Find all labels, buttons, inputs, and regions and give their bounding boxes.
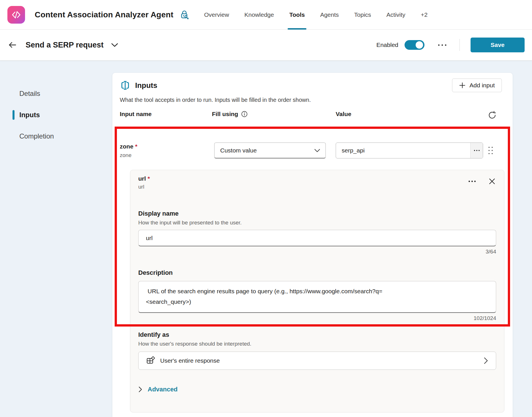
url-name: url (138, 175, 146, 182)
sidebar-item-completion[interactable]: Completion (0, 125, 112, 147)
refresh-icon (488, 111, 497, 120)
identify-as-label: Identify as (138, 331, 496, 338)
input-subname-zone: zone (120, 152, 131, 158)
sidebar-item-inputs[interactable]: Inputs (0, 104, 112, 125)
input-brackets-icon (120, 80, 131, 91)
zone-value-input[interactable]: serp_api (336, 143, 483, 158)
code-icon (10, 9, 22, 21)
refresh-button[interactable] (487, 110, 497, 120)
inputs-card-header: Inputs Add input (120, 79, 502, 92)
more-options-button[interactable] (436, 43, 448, 48)
display-name-value: url (146, 235, 152, 241)
input-name-url: url* (138, 175, 496, 182)
column-value: Value (336, 111, 351, 117)
chevron-down-icon (314, 148, 320, 152)
agent-logo (7, 6, 25, 24)
description-label: Description (138, 269, 496, 276)
toggle-knob (416, 41, 423, 49)
back-arrow-icon (8, 40, 17, 49)
url-panel-actions (467, 177, 496, 185)
chevron-down-icon (111, 43, 118, 47)
app-header: Content Association Analyzer Agent Overv… (0, 0, 532, 30)
tool-sidebar: Details Inputs Completion (0, 61, 112, 147)
inputs-table-header: Input name Fill using Value (120, 111, 502, 120)
form-response-icon (146, 356, 155, 365)
identify-as-value: User's entire response (160, 357, 220, 364)
info-icon[interactable] (241, 111, 248, 117)
advanced-label: Advanced (148, 386, 178, 393)
app-title: Content Association Analyzer Agent (35, 10, 174, 19)
zone-name: zone (120, 143, 133, 150)
save-button[interactable]: Save (471, 38, 525, 52)
tab-activity[interactable]: Activity (386, 0, 405, 30)
input-row-zone: zone* zone Custom value serp_api (120, 143, 502, 160)
display-name-counter: 3/64 (138, 249, 496, 255)
enabled-toggle[interactable] (405, 40, 424, 50)
column-input-name: Input name (120, 111, 152, 117)
description-textarea[interactable]: URL of the search engine results page to… (138, 281, 496, 313)
tool-toolbar: Send a SERP request Enabled Save (0, 30, 532, 61)
input-subname-url: url (138, 184, 496, 190)
add-input-button[interactable]: Add input (452, 79, 502, 92)
sidebar-item-details[interactable]: Details (0, 83, 112, 104)
required-asterisk: * (135, 143, 137, 150)
tab-overview[interactable]: Overview (204, 0, 229, 30)
identify-as-picker[interactable]: User's entire response (138, 352, 496, 370)
add-input-label: Add input (469, 82, 495, 89)
url-delete-button[interactable] (488, 177, 496, 185)
url-panel-header: url* url (138, 175, 496, 196)
tab-knowledge[interactable]: Knowledge (244, 0, 274, 30)
advanced-expander[interactable]: Advanced (138, 386, 496, 393)
plus-icon (459, 82, 465, 88)
fill-using-selected-value: Custom value (220, 147, 257, 154)
chevron-right-icon (483, 357, 488, 364)
identify-as-subtitle: How the user's response should be interp… (138, 341, 496, 347)
tab-overflow[interactable]: +2 (421, 0, 428, 30)
display-name-input[interactable]: url (138, 230, 496, 246)
input-name-zone: zone* (120, 143, 137, 150)
input-panel-url: url* url Display name How the input will… (130, 170, 504, 412)
column-fill-using-label: Fill using (212, 111, 238, 117)
tab-agents[interactable]: Agents (320, 0, 339, 30)
description-counter: 102/1024 (138, 315, 496, 322)
url-more-button[interactable] (467, 179, 477, 184)
fill-using-select[interactable]: Custom value (214, 143, 326, 158)
tab-tools[interactable]: Tools (289, 0, 305, 30)
display-name-label: Display name (138, 210, 496, 217)
display-name-subtitle: How the input will be presented to the u… (138, 220, 496, 226)
agent-tab-bar: Overview Knowledge Tools Agents Topics A… (204, 0, 428, 30)
toolbar-divider (459, 39, 460, 51)
zone-value-text: serp_api (342, 147, 365, 154)
lock-key-icon (179, 10, 189, 20)
page-title: Send a SERP request (26, 41, 104, 49)
section-title: Inputs (135, 81, 157, 90)
back-button[interactable] (7, 40, 17, 50)
value-more-button[interactable] (470, 143, 483, 158)
chevron-right-icon (138, 386, 143, 393)
column-fill-using: Fill using (212, 111, 248, 117)
required-asterisk: * (148, 175, 150, 182)
enabled-label: Enabled (376, 42, 398, 48)
section-subtitle: What the tool accepts in order to run. I… (120, 97, 505, 103)
drag-handle[interactable] (487, 146, 494, 155)
tool-switcher-dropdown[interactable] (111, 43, 118, 47)
tab-topics[interactable]: Topics (354, 0, 371, 30)
close-icon (488, 177, 496, 185)
inputs-card: Inputs Add input What the tool accepts i… (112, 73, 513, 417)
